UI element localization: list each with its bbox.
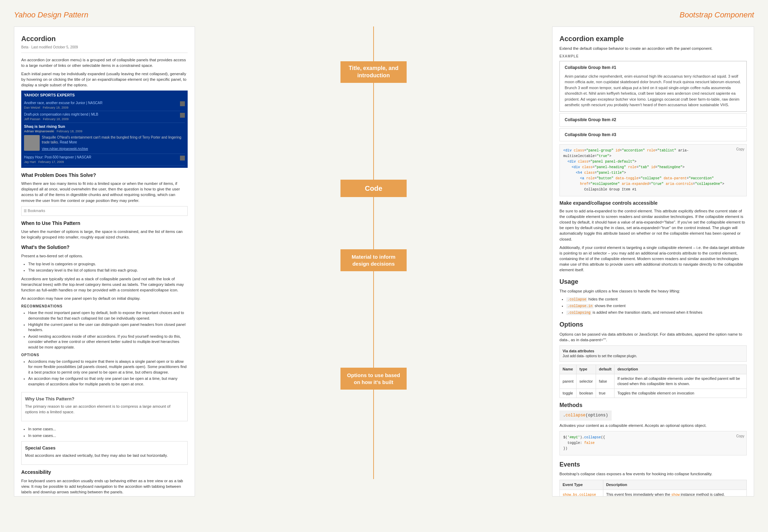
- accordion-label-1: Collapsible Group Item #1: [565, 65, 616, 70]
- options-label-middle: Options to use based on how it's built: [340, 368, 407, 390]
- options-text: Options can be passed via data attribute…: [559, 331, 747, 343]
- bootstrap-panel: Accordion example Extend the default col…: [552, 26, 754, 496]
- usage-bullet-2: .collapse.in shows the content: [566, 303, 747, 309]
- yahoo-intro1: An accordion (or accordion menu) is a gr…: [21, 57, 188, 68]
- solution-heading: What's the Solution?: [21, 244, 188, 251]
- solution-bullet-1: The top level is categories or groupings…: [28, 261, 188, 267]
- sports-link-4[interactable]: Happy Hour: Post-500 hangover | NASCAR: [24, 155, 91, 159]
- recommendations-list: Have the most important panel open by de…: [28, 310, 188, 350]
- opt-desc-toggle: Toggles the collapsible element on invoc…: [614, 389, 747, 398]
- evt-col-type: Event Type: [560, 480, 603, 490]
- opt-default-parent: false: [596, 374, 614, 389]
- opt-name-parent: parent: [560, 374, 577, 389]
- opt-5: In some cases...: [28, 433, 188, 438]
- bootstrap-subtitle: Extend the default collapse behavior to …: [559, 46, 747, 51]
- opt-type-parent: selector: [577, 374, 596, 389]
- opt-1: Accordions may be configured to require …: [28, 359, 188, 375]
- options-table: Name type default description parent sel…: [559, 365, 747, 398]
- yahoo-intro2: Each initial panel may be individually e…: [21, 71, 188, 88]
- when-heading: When to Use This Pattern: [21, 220, 188, 227]
- via-data-box: Via data attributes Just add data- optio…: [559, 345, 747, 362]
- bookmarks-box: ☰ Bookmarks: [21, 206, 188, 216]
- opt-default-toggle: true: [596, 389, 614, 398]
- opt-4: In some cases...: [28, 427, 188, 432]
- middle-section: Title, example, and introduction Code Ma…: [195, 26, 552, 479]
- via-data-text: Just add data- options to set the collap…: [563, 354, 637, 358]
- yahoo-title: Yahoo Design Pattern: [14, 10, 88, 19]
- usage-bullet-3: .collapsing is added when the transition…: [566, 310, 747, 315]
- collapse-method-text: .collapse(options): [563, 413, 608, 418]
- opt-col-desc: description: [614, 365, 747, 374]
- opt-col-name: Name: [560, 365, 577, 374]
- title-label: Title, example, and introduction: [340, 61, 407, 83]
- sports-link-1[interactable]: Another race, another excuse for Junior …: [24, 101, 102, 105]
- bootstrap-title: Bootstrap Component: [680, 10, 754, 19]
- shaq-archive-link[interactable]: View Adrian Wojnarowski Archive: [42, 147, 88, 150]
- sports-item-4[interactable]: Happy Hour: Post-500 hangover | NASCAR J…: [24, 154, 185, 166]
- accordion-item-3[interactable]: Collapsible Group Item #3: [559, 128, 747, 142]
- material-label: Material to inform design decisions: [340, 249, 407, 271]
- accordion-item-2[interactable]: Collapsible Group Item #2: [559, 113, 747, 127]
- usage-text: The collapse plugin utilizes a few class…: [559, 288, 747, 294]
- why-text: The primary reason to use an accordion e…: [25, 404, 184, 415]
- usage-bullet-1: .collapse hides the content: [566, 297, 747, 302]
- opt-3: Why Use This Pattern? The primary reason…: [21, 388, 188, 425]
- options-section-heading: Options: [559, 320, 747, 329]
- opt-col-default: default: [596, 365, 614, 374]
- sports-date-3: Adrian Wojnarowski February 18, 2009: [24, 129, 185, 134]
- methods-heading: Methods: [559, 401, 747, 409]
- sports-date-2: Jeff Passan February 18, 2009: [24, 117, 98, 122]
- special-cases-box: Special Cases Most accordions are stacke…: [21, 441, 188, 465]
- aria-text1: Be sure to add aria-expanded to the cont…: [559, 208, 747, 242]
- yahoo-accordion-title: Accordion: [21, 34, 188, 44]
- sports-item-2[interactable]: Draft-pick compensation rules might bend…: [24, 111, 185, 123]
- shaq-text: Shaquille O'Neal's entertainment can't m…: [42, 135, 185, 151]
- events-table: Event Type Description show.bs.collapse …: [559, 480, 747, 496]
- yahoo-sports-box: YAHOO! SPORTS EXPERTS Another race, anot…: [21, 91, 188, 167]
- page-header: Yahoo Design Pattern Bootstrap Component: [14, 10, 754, 19]
- opt-row-parent: parent selector false If selector then a…: [560, 374, 747, 389]
- events-intro: Bootstrap's collapse class exposes a few…: [559, 471, 747, 477]
- page-wrapper: Yahoo Design Pattern Bootstrap Component…: [14, 10, 754, 496]
- shaq-image: [24, 135, 40, 151]
- sports-item-1[interactable]: Another race, another excuse for Junior …: [24, 100, 185, 111]
- sports-item-3: Shaq is last rising Sun Adrian Wojnarows…: [24, 123, 185, 154]
- solution-text: Present a two-tiered set of options.: [21, 253, 188, 259]
- sports-icon-2: [180, 113, 185, 118]
- solution-bullet-2: The secondary level is the list of optio…: [28, 268, 188, 273]
- rec-3: Avoid nesting accordions inside of other…: [28, 334, 188, 350]
- collapse-copy-btn[interactable]: Copy: [736, 433, 744, 439]
- yahoo-panel: Accordion Beta · Last modified October 5…: [14, 26, 195, 496]
- aria-heading: Make expand/collapse controls accessible: [559, 200, 747, 207]
- solution-text2: Accordions are typically styled as a sta…: [21, 276, 188, 293]
- why-box: Why Use This Pattern? The primary reason…: [21, 392, 188, 421]
- shaq-item: Shaquille O'Neal's entertainment can't m…: [24, 134, 185, 152]
- bootstrap-accordion-title: Accordion example: [559, 34, 747, 44]
- sports-icon-1: [180, 101, 185, 106]
- special-heading: Special Cases: [25, 445, 184, 451]
- bookmarks-label: ☰ Bookmarks: [24, 209, 45, 213]
- opt-type-toggle: boolean: [577, 389, 596, 398]
- collapse-code-block: Copy $('#myC').collapse({ toggle: false …: [559, 431, 747, 455]
- via-data-label: Via data attributes: [563, 349, 594, 353]
- opt-col-type: type: [577, 365, 596, 374]
- evt-show-desc: This event fires immediately when the sh…: [603, 490, 747, 496]
- usage-bullets: .collapse hides the content .collapse.in…: [566, 297, 747, 315]
- solution-bullets: The top level is categories or groupings…: [28, 261, 188, 273]
- collapse-desc: Activates your content as a collapsible …: [559, 423, 747, 428]
- special-text: Most accordions are stacked vertically, …: [25, 453, 184, 458]
- copy-button[interactable]: Copy: [736, 147, 744, 152]
- when-text: Use when the number of options is large,…: [21, 229, 188, 240]
- labels-container: Title, example, and introduction Code Ma…: [195, 26, 552, 479]
- options-list: Accordions may be configured to require …: [28, 359, 188, 438]
- sports-header: YAHOO! SPORTS EXPERTS: [24, 93, 185, 98]
- opt-desc-parent: If selector then all collapsible element…: [614, 374, 747, 389]
- sports-link-2[interactable]: Draft-pick compensation rules might bend…: [24, 112, 98, 116]
- accessibility-heading: Accessibility: [21, 469, 188, 476]
- accordion-content-1: Anim pariatur cliche reprehenderit, enim…: [565, 73, 742, 108]
- accordion-item-1[interactable]: Collapsible Group Item #1 Anim pariatur …: [559, 61, 747, 112]
- accordion-label-3: Collapsible Group Item #3: [565, 132, 616, 137]
- usage-heading: Usage: [559, 277, 747, 286]
- recommendations-label: RECOMMENDATIONS: [21, 304, 188, 309]
- opt-name-toggle: toggle: [560, 389, 577, 398]
